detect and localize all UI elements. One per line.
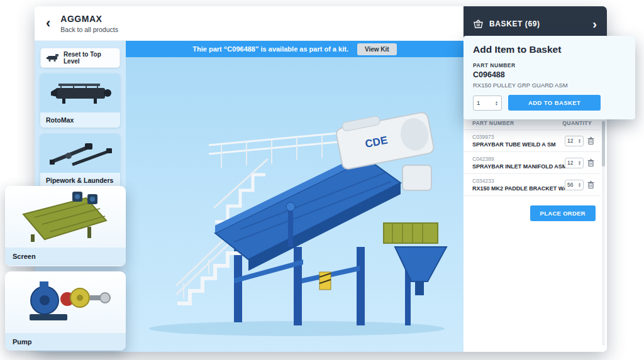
pump-thumbnail-image — [5, 271, 126, 333]
part-number-value: C096488 — [473, 70, 626, 79]
stepper-arrows-icon: ▲▼ — [578, 160, 581, 165]
trash-icon[interactable] — [587, 181, 594, 188]
basket-item-info: C042389 SPRAYBAR INLET MANIFOLD ASM — [472, 156, 561, 170]
trash-icon[interactable] — [587, 159, 594, 166]
basket-scrollbar-track — [602, 120, 605, 346]
basket-item-description: RX150 MK2 PADDLE BRACKET WA — [472, 185, 561, 192]
quantity-stepper[interactable]: 12 ▲▼ — [565, 158, 584, 168]
column-quantity: QUANTITY — [562, 120, 592, 126]
sidebar-item-pipework[interactable]: Pipework & Launders — [40, 134, 120, 188]
quantity-value: 12 — [567, 160, 573, 166]
add-to-basket-button[interactable]: ADD TO BASKET — [508, 95, 601, 111]
stepper-arrows-icon: ▲▼ — [578, 182, 581, 187]
sidebar-item-screen[interactable]: Screen — [5, 186, 126, 266]
part-number-label: PART NUMBER — [473, 62, 626, 68]
place-order-button[interactable]: PLACE ORDER — [530, 205, 596, 221]
back-chevron-icon[interactable]: ‹ — [46, 16, 50, 30]
sidebar-item-rotomax[interactable]: RotoMax — [40, 74, 120, 128]
sidebar-item-label: Pump — [5, 333, 126, 351]
kit-availability-banner: Thie part “C096488” is available as part… — [126, 41, 464, 57]
sidebar-item-pump[interactable]: Pump — [5, 271, 126, 351]
stepper-arrows-icon: ▲▼ — [495, 101, 498, 106]
part-description: RX150 PULLEY GRP GUARD ASM — [473, 82, 626, 89]
sidebar-item-label: Screen — [5, 248, 126, 265]
header-titles: AGGMAX Back to all products — [60, 14, 118, 33]
screen-thumbnail-image — [5, 186, 126, 248]
reset-button-label: Reset to Top Level — [64, 51, 114, 65]
basket-row: C042389 SPRAYBAR INLET MANIFOLD ASM 12 ▲… — [464, 152, 601, 174]
basket-scrollbar-thumb[interactable] — [602, 121, 605, 166]
basket-item-part-number: C034233 — [472, 178, 561, 184]
machine-3d-render: CDE — [133, 65, 455, 350]
back-to-products-link[interactable]: Back to all products — [60, 26, 118, 33]
quantity-value: 1 — [477, 99, 480, 106]
quantity-stepper[interactable]: 56 ▲▼ — [565, 180, 584, 190]
quantity-stepper[interactable]: 1 ▲▼ — [473, 95, 502, 111]
sidebar-item-label: RotoMax — [40, 112, 120, 128]
viewer-3d-canvas[interactable]: CDE — [126, 41, 464, 352]
kit-banner-text: Thie part “C096488” is available as part… — [192, 45, 348, 53]
basket-header-label: BASKET (69) — [489, 19, 540, 28]
add-item-actions: 1 ▲▼ ADD TO BASKET — [473, 95, 626, 111]
basket-item-description: SPRAYBAR INLET MANIFOLD ASM — [472, 163, 561, 170]
app-header: ‹ AGGMAX Back to all products — [35, 6, 464, 41]
quantity-stepper[interactable]: 12 ▲▼ — [565, 136, 584, 146]
basket-row: C034233 RX150 MK2 PADDLE BRACKET WA 56 ▲… — [464, 174, 601, 196]
quantity-value: 56 — [567, 182, 573, 188]
page-title: AGGMAX — [60, 14, 118, 24]
add-item-card: Add Item to Basket PART NUMBER C096488 R… — [464, 36, 635, 119]
view-kit-button[interactable]: View Kit — [357, 43, 397, 55]
basket-column-headers: PART NUMBER QUANTITY — [464, 120, 601, 130]
rotomax-thumbnail-image — [40, 74, 120, 112]
trash-icon[interactable] — [587, 137, 594, 145]
add-item-title: Add Item to Basket — [473, 44, 626, 55]
quantity-value: 12 — [567, 138, 573, 144]
basket-row: C039973 SPRAYBAR TUBE WEILD A SM 12 ▲▼ — [464, 130, 601, 152]
basket-item-description: SPRAYBAR TUBE WEILD A SM — [472, 141, 561, 148]
reset-to-top-level-button[interactable]: Reset to Top Level — [40, 48, 120, 68]
basket-icon — [474, 19, 483, 28]
column-part-number: PART NUMBER — [472, 120, 514, 126]
pipework-thumbnail-image — [40, 134, 120, 173]
basket-item-part-number: C039973 — [472, 134, 561, 140]
stage: ‹ AGGMAX Back to all products BASKET (69… — [0, 0, 644, 360]
basket-item-part-number: C042389 — [472, 156, 561, 162]
machine-thumbnail-icon — [46, 53, 60, 62]
basket-expand-chevron-icon[interactable]: › — [592, 18, 597, 30]
basket-item-info: C034233 RX150 MK2 PADDLE BRACKET WA — [472, 178, 561, 192]
basket-item-info: C039973 SPRAYBAR TUBE WEILD A SM — [472, 134, 561, 148]
stepper-arrows-icon: ▲▼ — [578, 138, 581, 143]
basket-list: PART NUMBER QUANTITY C039973 SPRAYBAR TU… — [464, 120, 601, 196]
